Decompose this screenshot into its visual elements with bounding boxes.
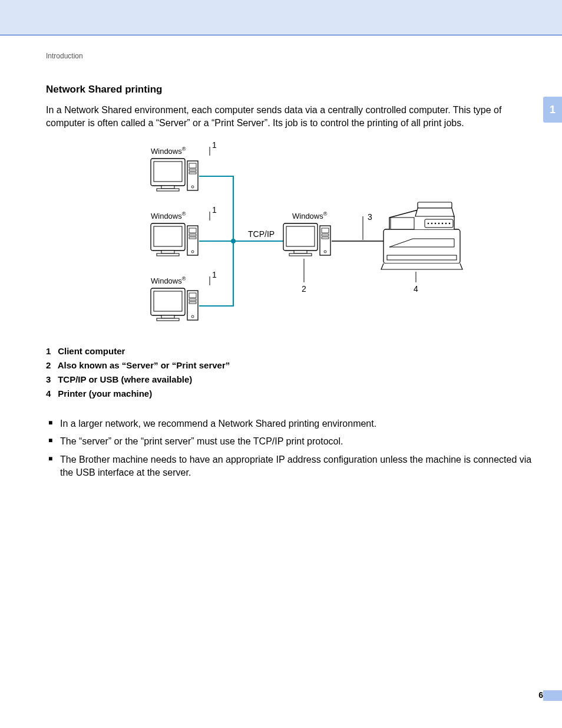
- legend-text: Client computer: [58, 346, 125, 356]
- svg-point-21: [435, 222, 437, 224]
- legend-item: 2 Also known as “Server” or “Print serve…: [46, 360, 533, 370]
- legend-num: 4: [46, 388, 55, 398]
- legend-item: 3 TCP/IP or USB (where available): [46, 374, 533, 384]
- legend-num: 1: [46, 346, 55, 356]
- svg-point-22: [438, 222, 440, 224]
- legend-text: Printer (your machine): [58, 388, 152, 398]
- legend-text: Also known as “Server” or “Print server”: [58, 360, 230, 370]
- network-diagram: 1 1 1 Windows® Windows® Windows® TCP/IP …: [115, 141, 463, 335]
- section-title: Network Shared printing: [46, 84, 533, 95]
- bullet-item: In a larger network, we recommend a Netw…: [46, 417, 533, 430]
- legend-item: 4 Printer (your machine): [46, 388, 533, 398]
- svg-point-19: [428, 222, 429, 224]
- bullet-list: In a larger network, we recommend a Netw…: [46, 417, 533, 480]
- legend-num: 2: [46, 360, 55, 370]
- page-number: 6: [538, 690, 543, 700]
- server-os: Windows®: [292, 211, 328, 220]
- callout-1c: 1: [212, 270, 217, 279]
- legend-item: 1 Client computer: [46, 346, 533, 356]
- svg-point-24: [445, 222, 447, 224]
- callout-4: 4: [414, 284, 418, 294]
- svg-point-20: [431, 222, 433, 224]
- bullet-item: The Brother machine needs to have an app…: [46, 453, 533, 480]
- callout-1a: 1: [212, 141, 217, 150]
- callout-2: 2: [302, 284, 306, 294]
- intro-paragraph: In a Network Shared environment, each co…: [46, 104, 533, 130]
- svg-point-25: [449, 222, 451, 224]
- bullet-item: The “server” or the “print server” must …: [46, 435, 533, 448]
- svg-rect-26: [387, 255, 457, 260]
- legend-num: 3: [46, 374, 55, 384]
- breadcrumb: Introduction: [46, 52, 533, 60]
- page-tab-bottom: [543, 690, 562, 701]
- client-os-2: Windows®: [151, 211, 186, 220]
- diagram-legend: 1 Client computer 2 Also known as “Serve…: [46, 346, 533, 398]
- page-content: Introduction Network Shared printing In …: [0, 35, 562, 479]
- svg-rect-17: [391, 218, 414, 229]
- client-os-3: Windows®: [151, 276, 186, 285]
- client-os-1: Windows®: [151, 146, 186, 156]
- callout-1b: 1: [212, 205, 217, 215]
- legend-text: TCP/IP or USB (where available): [58, 374, 192, 384]
- header-band: [0, 0, 562, 35]
- svg-rect-16: [418, 202, 452, 208]
- printer-icon: [381, 202, 462, 269]
- callout-3: 3: [368, 212, 372, 222]
- svg-point-23: [442, 222, 444, 224]
- protocol-label: TCP/IP: [248, 229, 275, 239]
